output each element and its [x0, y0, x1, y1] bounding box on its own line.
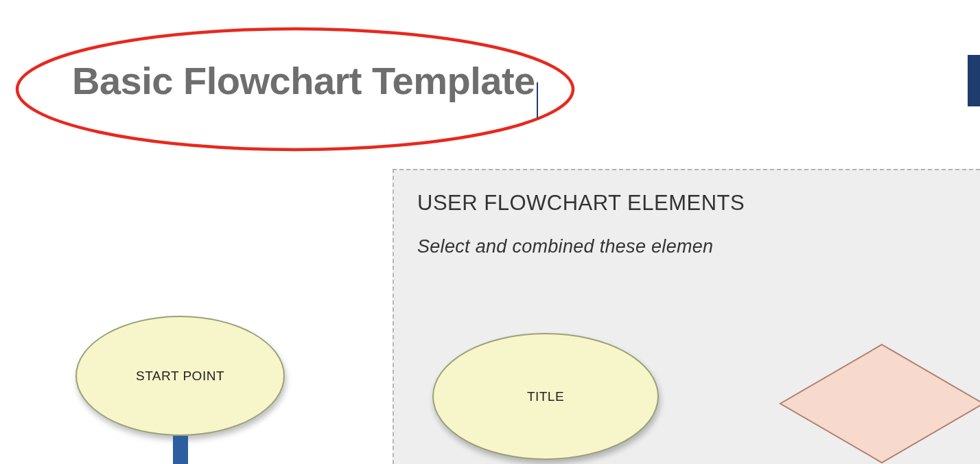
connector-line[interactable] — [173, 436, 188, 464]
title-container: Basic Flowchart Template — [14, 24, 576, 154]
panel-subtitle: Select and combined these elemen — [417, 236, 957, 257]
blue-sidebar-stub — [968, 55, 980, 106]
svg-marker-1 — [780, 345, 980, 463]
text-cursor — [537, 82, 538, 118]
page-title[interactable]: Basic Flowchart Template — [72, 58, 535, 103]
title-shape[interactable]: TITLE — [432, 333, 659, 460]
start-point-label: START POINT — [136, 369, 224, 384]
start-point-shape[interactable]: START POINT — [75, 316, 285, 436]
panel-heading: USER FLOWCHART ELEMENTS — [417, 191, 957, 216]
title-shape-label: TITLE — [527, 389, 564, 404]
decision-shape[interactable] — [779, 343, 980, 464]
